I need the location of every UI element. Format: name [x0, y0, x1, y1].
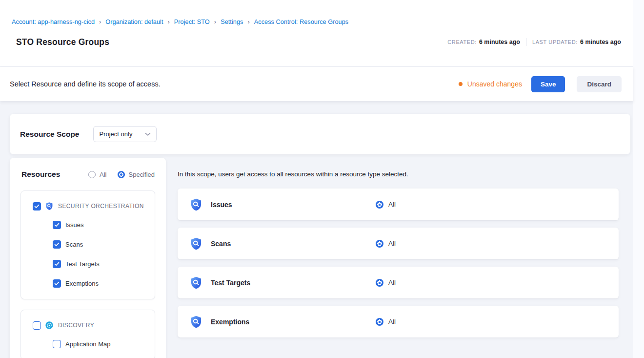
- radio-all-icon[interactable]: [88, 171, 96, 178]
- access-all-label: All: [388, 318, 396, 325]
- resource-type-item: Test Targets: [21, 254, 155, 274]
- radio-option-specified[interactable]: Specified: [118, 171, 155, 178]
- resource-type-item: Application Map: [21, 334, 155, 354]
- scope-note: In this scope, users get access to all r…: [178, 171, 619, 178]
- access-all-radio[interactable]: [376, 240, 383, 248]
- resources-title: Resources: [21, 170, 60, 179]
- group-checkbox[interactable]: [33, 202, 41, 211]
- resource-type-checkbox[interactable]: [53, 260, 61, 268]
- resource-type-label: Application Map: [65, 340, 111, 348]
- resource-row: IssuesAll: [178, 189, 619, 220]
- resource-group-card: DISCOVERYApplication Map: [20, 310, 155, 358]
- breadcrumb-separator-icon: ›: [243, 18, 254, 26]
- breadcrumb-link[interactable]: Organization: default: [105, 18, 163, 26]
- unsaved-changes-indicator: Unsaved changes: [459, 80, 522, 88]
- radio-option-all[interactable]: All: [88, 171, 106, 178]
- meta-info: CREATED: 6 minutes ago LAST UPDATED: 6 m…: [447, 38, 621, 46]
- resource-scope-label: Resource Scope: [20, 130, 79, 139]
- access-all-label: All: [388, 279, 396, 286]
- resource-type-item: Scans: [21, 234, 155, 254]
- group-label: DISCOVERY: [58, 322, 94, 329]
- resource-row-title: Exemptions: [211, 318, 376, 326]
- breadcrumb: Account: app-harness-ng-cicd›Organizatio…: [12, 18, 621, 26]
- resource-group-header: SECURITY ORCHESTRATION: [21, 197, 155, 215]
- last-updated-value: 6 minutes ago: [580, 39, 621, 45]
- resource-scope-selected-value: Project only: [99, 130, 132, 138]
- resource-groups-list: SECURITY ORCHESTRATIONIssuesScansTest Ta…: [10, 190, 166, 358]
- resources-mode-radio-group: All Specified: [78, 171, 155, 178]
- resource-type-label: Exemptions: [65, 280, 99, 287]
- toolbar: Select Resource and define its scope of …: [0, 67, 633, 101]
- resource-type-checkbox[interactable]: [53, 340, 61, 348]
- resource-row: Test TargetsAll: [178, 267, 619, 298]
- resource-scope-card: Resource Scope Project only: [10, 114, 630, 154]
- resource-type-checkbox[interactable]: [53, 240, 61, 249]
- resource-rows-list: IssuesAllScansAllTest TargetsAllExemptio…: [178, 189, 619, 337]
- resource-group-card: SECURITY ORCHESTRATIONIssuesScansTest Ta…: [20, 190, 155, 299]
- check-icon: [54, 242, 60, 247]
- chevron-down-icon: [145, 132, 151, 136]
- sto-shield-icon: [189, 198, 203, 211]
- discovery-icon: [45, 321, 54, 330]
- main-area: In this scope, users get access to all r…: [178, 158, 619, 358]
- page: Account: app-harness-ng-cicd›Organizatio…: [0, 0, 633, 358]
- resource-type-label: Scans: [65, 241, 83, 248]
- page-title: STO Resource Groups: [16, 36, 109, 48]
- resources-panel-header: Resources All Specified: [21, 168, 155, 180]
- resource-type-label: Test Targets: [65, 260, 100, 268]
- radio-specified-icon[interactable]: [118, 171, 125, 178]
- group-label: SECURITY ORCHESTRATION: [58, 203, 144, 210]
- unsaved-dot-icon: [459, 82, 463, 86]
- access-all-radio[interactable]: [376, 279, 383, 287]
- check-icon: [54, 262, 60, 266]
- check-icon: [54, 223, 60, 227]
- lower-section: Resources All Specified SECURITY ORCHEST…: [10, 158, 633, 358]
- breadcrumb-link[interactable]: Account: app-harness-ng-cicd: [12, 18, 95, 26]
- created-value: 6 minutes ago: [479, 39, 520, 45]
- radio-specified-label: Specified: [129, 171, 155, 178]
- resource-scope-select[interactable]: Project only: [93, 126, 157, 142]
- page-header: Account: app-harness-ng-cicd›Organizatio…: [0, 0, 633, 67]
- group-checkbox[interactable]: [33, 321, 41, 330]
- resource-row: ExemptionsAll: [178, 306, 619, 337]
- resource-type-item: Issues: [21, 215, 155, 234]
- check-icon: [54, 281, 60, 286]
- breadcrumb-link[interactable]: Settings: [221, 18, 243, 26]
- breadcrumb-separator-icon: ›: [95, 18, 105, 26]
- resource-row: ScansAll: [178, 228, 619, 259]
- meta-divider: [526, 38, 526, 46]
- sto-shield-icon: [189, 276, 203, 290]
- breadcrumb-separator-icon: ›: [210, 18, 221, 26]
- resource-type-item: Exemptions: [21, 274, 155, 293]
- access-all-label: All: [388, 240, 396, 247]
- page-right-gutter: [633, 0, 644, 358]
- save-button[interactable]: Save: [531, 76, 565, 92]
- radio-all-label: All: [100, 171, 106, 178]
- toolbar-description: Select Resource and define its scope of …: [10, 80, 161, 88]
- access-all-radio[interactable]: [376, 318, 383, 326]
- resource-type-label: Issues: [65, 221, 84, 229]
- created-label: CREATED:: [447, 39, 477, 45]
- resource-row-title: Test Targets: [211, 279, 376, 287]
- last-updated-label: LAST UPDATED:: [532, 39, 578, 45]
- discard-button[interactable]: Discard: [577, 76, 622, 92]
- title-row: STO Resource Groups CREATED: 6 minutes a…: [12, 36, 621, 48]
- resources-panel: Resources All Specified SECURITY ORCHEST…: [10, 158, 166, 358]
- check-icon: [34, 204, 40, 209]
- sto-shield-icon: [45, 202, 54, 211]
- resource-row-title: Scans: [211, 240, 376, 248]
- unsaved-changes-label: Unsaved changes: [467, 80, 522, 88]
- toolbar-actions: Unsaved changes Save Discard: [459, 76, 622, 92]
- breadcrumb-link[interactable]: Access Control: Resource Groups: [254, 18, 348, 26]
- sto-shield-icon: [189, 315, 203, 329]
- resource-group-header: DISCOVERY: [21, 316, 155, 334]
- resource-row-title: Issues: [211, 201, 376, 209]
- resource-type-checkbox[interactable]: [53, 279, 61, 288]
- breadcrumb-link[interactable]: Project: STO: [174, 18, 210, 26]
- resource-type-checkbox[interactable]: [53, 221, 61, 229]
- access-all-radio[interactable]: [376, 201, 383, 209]
- access-all-label: All: [388, 201, 396, 208]
- sto-shield-icon: [189, 237, 203, 251]
- breadcrumb-separator-icon: ›: [163, 18, 174, 26]
- content: Resource Scope Project only Resources Al…: [0, 101, 633, 358]
